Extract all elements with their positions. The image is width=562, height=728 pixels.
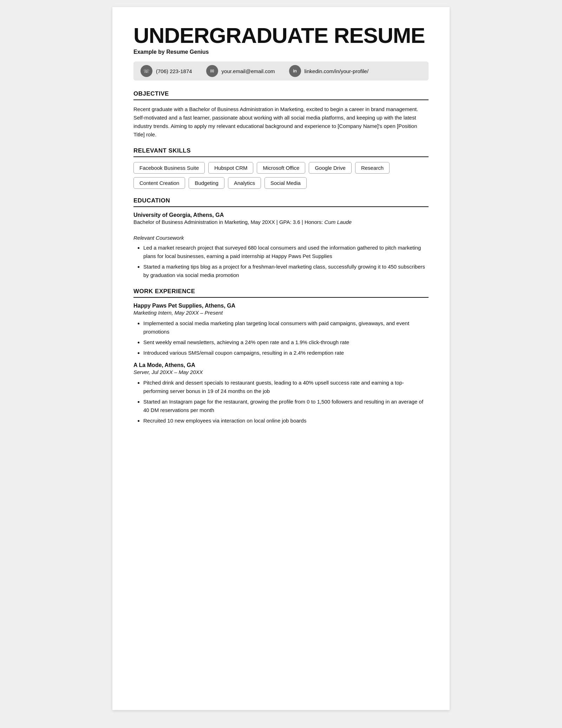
education-entry: University of Georgia, Athens, GABachelo… xyxy=(133,212,429,279)
work-heading: WORK EXPERIENCE xyxy=(133,288,429,298)
work-title: Server, Jul 20XX – May 20XX xyxy=(133,369,429,375)
list-item: Introduced various SMS/email coupon camp… xyxy=(143,349,429,357)
contact-bar: ☏ (706) 223-1874 ✉ your.email@email.com … xyxy=(133,62,429,80)
work-title: Marketing Intern, May 20XX – Present xyxy=(133,310,429,316)
edu-bullets: Led a market research project that surve… xyxy=(143,244,429,279)
objective-heading: OBJECTIVE xyxy=(133,90,429,100)
skill-tag: Facebook Business Suite xyxy=(133,162,205,174)
work-org: A La Mode, Athens, GA xyxy=(133,362,429,368)
list-item: Pitched drink and dessert specials to re… xyxy=(143,379,429,395)
work-entry: A La Mode, Athens, GAServer, Jul 20XX – … xyxy=(133,362,429,425)
skill-tag: Google Drive xyxy=(309,162,352,174)
list-item: Led a market research project that surve… xyxy=(143,244,429,260)
edu-org: University of Georgia, Athens, GA xyxy=(133,212,429,218)
resume-title: UNDERGRADUATE RESUME xyxy=(133,24,429,47)
education-section: EDUCATION University of Georgia, Athens,… xyxy=(133,197,429,279)
work-bullets: Pitched drink and dessert specials to re… xyxy=(143,379,429,425)
contact-phone: ☏ (706) 223-1874 xyxy=(140,65,192,77)
skill-tag: Research xyxy=(355,162,390,174)
email-icon: ✉ xyxy=(206,65,218,77)
resume-page: UNDERGRADUATE RESUME Example by Resume G… xyxy=(112,7,450,710)
skills-heading: RELEVANT SKILLS xyxy=(133,147,429,157)
skills-section: RELEVANT SKILLS Facebook Business SuiteH… xyxy=(133,147,429,189)
work-entry: Happy Paws Pet Supplies, Athens, GAMarke… xyxy=(133,303,429,357)
phone-icon: ☏ xyxy=(140,65,152,77)
linkedin-icon: in xyxy=(289,65,301,77)
objective-section: OBJECTIVE Recent graduate with a Bachelo… xyxy=(133,90,429,139)
resume-subtitle: Example by Resume Genius xyxy=(133,49,429,55)
work-experience-section: WORK EXPERIENCE Happy Paws Pet Supplies,… xyxy=(133,288,429,425)
list-item: Implemented a social media marketing pla… xyxy=(143,319,429,336)
skill-tag: Analytics xyxy=(228,177,261,189)
skill-tag: Budgeting xyxy=(189,177,224,189)
contact-email: ✉ your.email@email.com xyxy=(206,65,275,77)
skills-grid: Facebook Business SuiteHubspot CRMMicros… xyxy=(133,162,429,189)
skill-tag: Hubspot CRM xyxy=(208,162,253,174)
edu-degree: Bachelor of Business Administration in M… xyxy=(133,219,429,225)
contact-linkedin: in linkedin.com/in/your-profile/ xyxy=(289,65,369,77)
coursework-label: Relevant Coursework xyxy=(133,235,429,241)
list-item: Recruited 10 new employees via interacti… xyxy=(143,417,429,425)
skill-tag: Social Media xyxy=(264,177,307,189)
list-item: Sent weekly email newsletters, achieving… xyxy=(143,338,429,347)
work-bullets: Implemented a social media marketing pla… xyxy=(143,319,429,357)
phone-text: (706) 223-1874 xyxy=(156,68,192,74)
skill-tag: Microsoft Office xyxy=(257,162,305,174)
education-heading: EDUCATION xyxy=(133,197,429,207)
linkedin-text: linkedin.com/in/your-profile/ xyxy=(305,68,369,74)
objective-text: Recent graduate with a Bachelor of Busin… xyxy=(133,105,429,139)
skill-tag: Content Creation xyxy=(133,177,185,189)
email-text: your.email@email.com xyxy=(222,68,275,74)
list-item: Started an Instagram page for the restau… xyxy=(143,398,429,414)
work-org: Happy Paws Pet Supplies, Athens, GA xyxy=(133,303,429,309)
list-item: Started a marketing tips blog as a proje… xyxy=(143,263,429,279)
